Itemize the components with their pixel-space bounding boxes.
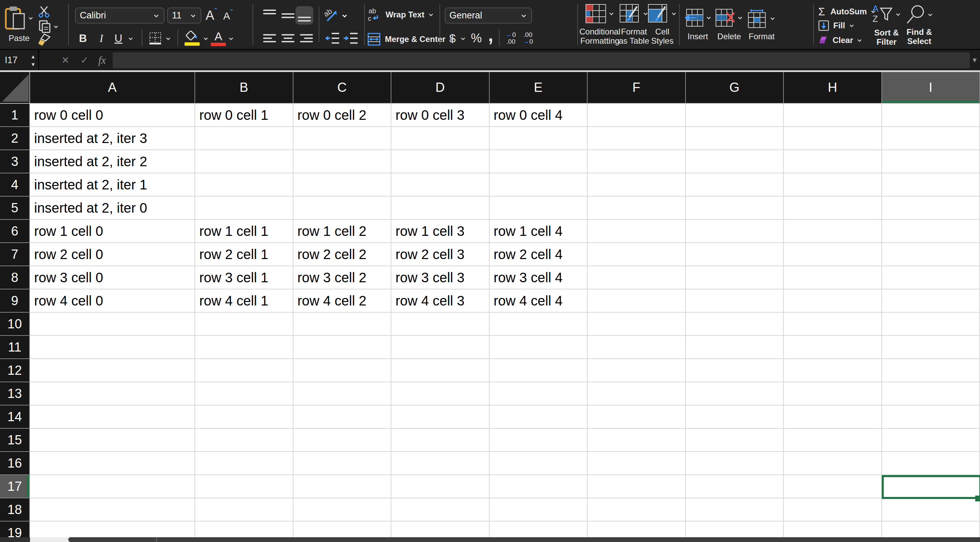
borders-chevron-icon[interactable] <box>165 35 171 41</box>
merge-center-button[interactable]: Merge & Center <box>367 31 459 48</box>
clear-button[interactable]: Clear <box>818 33 862 47</box>
cell-C18[interactable] <box>293 498 392 521</box>
cell-C10[interactable] <box>293 312 392 336</box>
fill-button[interactable]: Fill <box>818 19 859 32</box>
row-header-7[interactable]: 7 <box>0 243 30 266</box>
cell-H11[interactable] <box>784 336 882 359</box>
cell-E7[interactable]: row 2 cell 4 <box>490 243 588 266</box>
cell-B14[interactable] <box>195 405 293 429</box>
cut-button[interactable] <box>37 5 52 18</box>
cell-D13[interactable] <box>391 382 490 405</box>
italic-button[interactable]: I <box>94 30 108 46</box>
cell-A1[interactable]: row 0 cell 0 <box>30 104 195 127</box>
cell-C11[interactable] <box>293 336 392 359</box>
formula-input[interactable] <box>113 52 970 68</box>
row-header-2[interactable]: 2 <box>0 127 30 150</box>
cell-F13[interactable] <box>588 382 686 405</box>
row-header-6[interactable]: 6 <box>0 220 30 243</box>
cell-H12[interactable] <box>784 359 882 382</box>
column-header-D[interactable]: D <box>391 72 490 104</box>
cell-A12[interactable] <box>30 359 195 382</box>
cell-E15[interactable] <box>490 429 588 452</box>
cell-F2[interactable] <box>588 127 686 150</box>
fill-color-button[interactable] <box>184 29 200 47</box>
cell-H16[interactable] <box>784 452 882 475</box>
cell-G5[interactable] <box>686 197 784 220</box>
row-header-5[interactable]: 5 <box>0 197 30 220</box>
cell-A5[interactable]: inserted at 2, iter 0 <box>30 197 195 220</box>
row-header-17[interactable]: 17 <box>0 475 30 498</box>
cell-E9[interactable]: row 4 cell 4 <box>490 289 588 312</box>
cell-F18[interactable] <box>588 498 686 521</box>
cell-E8[interactable]: row 3 cell 4 <box>490 266 588 289</box>
cell-H4[interactable] <box>784 174 882 197</box>
paste-chevron-icon[interactable] <box>28 15 34 21</box>
cell-A3[interactable]: inserted at 2, iter 2 <box>30 150 195 174</box>
cell-C7[interactable]: row 2 cell 2 <box>293 243 392 266</box>
cell-D14[interactable] <box>391 405 490 429</box>
align-left-button[interactable] <box>261 30 278 46</box>
cell-F9[interactable] <box>588 289 686 312</box>
cell-E6[interactable]: row 1 cell 4 <box>490 220 588 243</box>
cell-I8[interactable] <box>882 266 980 289</box>
align-middle-button[interactable] <box>280 8 296 24</box>
sort-filter-button[interactable]: A Z Sort & Filter <box>871 3 902 47</box>
cell-B4[interactable] <box>195 174 293 197</box>
autosum-button[interactable]: Σ AutoSum <box>818 5 873 18</box>
cell-I16[interactable] <box>882 452 980 475</box>
cell-B9[interactable]: row 4 cell 1 <box>195 289 293 312</box>
cell-H18[interactable] <box>784 498 882 521</box>
cell-E2[interactable] <box>490 127 588 150</box>
align-top-button[interactable] <box>261 8 278 24</box>
cell-E11[interactable] <box>490 336 588 359</box>
cell-G3[interactable] <box>686 150 784 174</box>
decrease-indent-button[interactable] <box>324 30 340 46</box>
bold-button[interactable]: B <box>76 30 90 46</box>
cell-I5[interactable] <box>882 197 980 220</box>
cell-B3[interactable] <box>195 150 293 174</box>
cell-G4[interactable] <box>686 174 784 197</box>
format-painter-button[interactable] <box>36 33 51 47</box>
row-header-16[interactable]: 16 <box>0 452 30 475</box>
cell-A13[interactable] <box>30 382 195 405</box>
cell-D2[interactable] <box>391 127 490 150</box>
cell-A18[interactable] <box>30 498 195 521</box>
column-header-C[interactable]: C <box>293 72 392 104</box>
cell-G15[interactable] <box>686 429 784 452</box>
underline-chevron-icon[interactable] <box>127 35 134 41</box>
insert-button[interactable]: Insert <box>682 3 713 46</box>
cell-F6[interactable] <box>588 220 686 243</box>
cell-D12[interactable] <box>391 359 490 382</box>
cell-A4[interactable]: inserted at 2, iter 1 <box>30 174 195 197</box>
cell-I12[interactable] <box>882 359 980 382</box>
cell-A6[interactable]: row 1 cell 0 <box>30 220 195 243</box>
accept-button[interactable]: ✓ <box>81 50 88 70</box>
cell-C16[interactable] <box>293 452 392 475</box>
percent-button[interactable]: % <box>469 29 484 47</box>
cell-E10[interactable] <box>490 312 588 336</box>
column-header-I[interactable]: I <box>882 72 980 104</box>
cell-H1[interactable] <box>784 104 882 127</box>
row-header-18[interactable]: 18 <box>0 498 30 521</box>
cell-B1[interactable]: row 0 cell 1 <box>195 104 293 127</box>
cell-F17[interactable] <box>588 475 686 498</box>
row-header-3[interactable]: 3 <box>0 150 30 174</box>
row-header-12[interactable]: 12 <box>0 359 30 382</box>
formula-bar-dropdown-icon[interactable]: ▼ <box>971 50 978 70</box>
cell-I15[interactable] <box>882 429 980 452</box>
cell-B11[interactable] <box>195 336 293 359</box>
cell-G8[interactable] <box>686 266 784 289</box>
increase-decimal-button[interactable]: ←0 .00 <box>502 29 519 47</box>
cell-C17[interactable] <box>293 475 392 498</box>
cell-C13[interactable] <box>293 382 392 405</box>
cell-D5[interactable] <box>391 197 490 220</box>
cell-D4[interactable] <box>391 174 490 197</box>
cell-A7[interactable]: row 2 cell 0 <box>30 243 195 266</box>
cell-B8[interactable]: row 3 cell 1 <box>195 266 293 289</box>
cell-B7[interactable]: row 2 cell 1 <box>195 243 293 266</box>
cell-F4[interactable] <box>588 174 686 197</box>
orientation-button[interactable]: ab <box>323 7 339 24</box>
align-center-button[interactable] <box>280 30 296 46</box>
cell-D17[interactable] <box>391 475 490 498</box>
cell-C14[interactable] <box>293 405 392 429</box>
